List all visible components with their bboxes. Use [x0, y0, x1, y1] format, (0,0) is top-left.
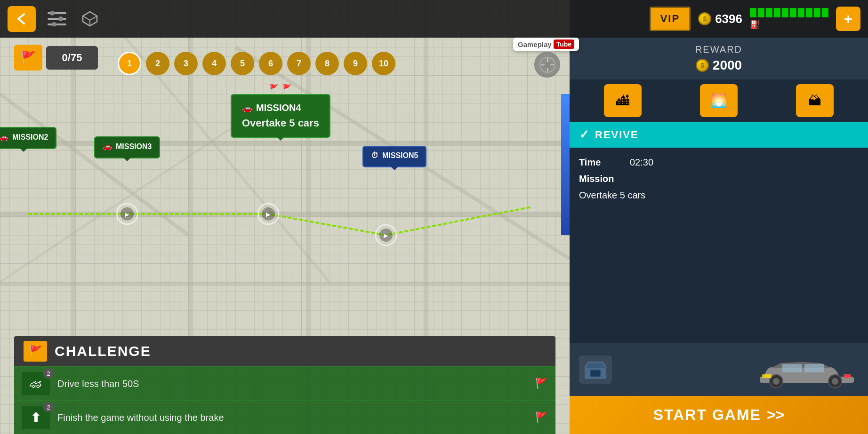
- gold-display: $ 6396: [698, 12, 742, 26]
- svg-point-29: [50, 11, 55, 16]
- challenge-flag-icon: 🚩: [24, 341, 47, 362]
- fuel-bar-7: [798, 8, 804, 17]
- challenge-header: 🚩 CHALLENGE: [14, 336, 555, 366]
- time-label: Time: [579, 157, 626, 168]
- time-value: 02:30: [630, 157, 653, 168]
- mission2-icon: 🚗: [0, 133, 8, 142]
- flag2-icon: 🚩: [282, 84, 292, 93]
- mission-details: Time 02:30 Mission Overtake 5 cars: [570, 148, 868, 343]
- category-city-button[interactable]: 🏙: [604, 84, 642, 117]
- right-panel: VIP $ 6396 ⛽ + Gameplay: [570, 0, 868, 434]
- mission5-title: MISSION5: [382, 151, 418, 160]
- challenge-area: 🚩 CHALLENGE 🏎 2 Drive less than 50S 🚩 ⬆ …: [0, 336, 570, 434]
- gold-value: 6396: [715, 12, 742, 26]
- challenge-item-2[interactable]: ⬆ 2 Finish the game without using the br…: [14, 400, 555, 434]
- mission3-title: MISSION3: [116, 142, 152, 151]
- top-bar: [0, 0, 570, 38]
- filter-button[interactable]: [45, 7, 69, 31]
- gameplay-tube-badge: Gameplay Tube: [513, 38, 579, 51]
- mission-detail-label: Mission: [579, 174, 626, 184]
- svg-point-31: [52, 22, 56, 26]
- svg-rect-27: [48, 18, 66, 20]
- level-dot-8[interactable]: 8: [315, 52, 339, 75]
- fuel-bar-5: [782, 8, 788, 17]
- level-dot-5[interactable]: 5: [231, 52, 254, 75]
- reward-amount: $ 2000: [579, 58, 859, 73]
- svg-rect-42: [804, 364, 824, 372]
- svg-rect-28: [48, 24, 66, 25]
- map-area: ▶ ▶ ▶ 🚗 MISSION2 🚗 MISSION3 🚩: [0, 0, 570, 434]
- mission4-title: MISSION4: [256, 103, 301, 113]
- back-button[interactable]: [8, 6, 36, 32]
- level-dot-6[interactable]: 6: [259, 52, 282, 75]
- start-game-button[interactable]: START GAME >>: [570, 396, 868, 434]
- level-dot-4[interactable]: 4: [202, 52, 226, 75]
- fuel-bar-6: [790, 8, 796, 17]
- mission5-icon: ⏱: [371, 151, 378, 160]
- svg-point-21: [544, 61, 551, 69]
- progress-area: 🚩 0/75: [14, 45, 98, 71]
- category-icons: 🏙 🌅 🏔: [570, 79, 868, 122]
- reward-value: 2000: [713, 58, 742, 73]
- garage-area: [570, 343, 868, 396]
- time-row: Time 02:30: [579, 157, 859, 168]
- mission3-marker[interactable]: 🚗 MISSION3: [94, 136, 160, 158]
- level-dots: 1 2 3 4 5 6 7 8 9 10: [118, 52, 395, 75]
- mission5-box[interactable]: ⏱ MISSION5: [362, 146, 426, 167]
- challenge-item-1-text: Drive less than 50S: [57, 379, 528, 389]
- challenge-item-2-icon: ⬆ 2: [22, 406, 50, 429]
- revive-label: REVIVE: [595, 129, 639, 141]
- fuel-bar-10: [822, 8, 828, 17]
- start-game-label: START GAME: [653, 406, 761, 424]
- reward-title: REWARD: [579, 44, 859, 55]
- add-currency-button[interactable]: +: [836, 7, 860, 31]
- fuel-bar-3: [766, 8, 772, 17]
- flag1-icon: 🚩: [269, 84, 279, 93]
- svg-rect-43: [762, 374, 772, 378]
- level-dot-9[interactable]: 9: [344, 52, 367, 75]
- svg-point-40: [832, 378, 838, 385]
- challenge-item-1-flag: 🚩: [535, 378, 548, 390]
- mission2-marker[interactable]: 🚗 MISSION2: [0, 127, 56, 149]
- fuel-bar-9: [814, 8, 820, 17]
- challenge-item-1-badge: 2: [43, 368, 54, 379]
- start-chevrons-icon: >>: [767, 406, 784, 424]
- category-mountain-button[interactable]: 🏔: [796, 84, 834, 117]
- level-dot-2[interactable]: 2: [146, 52, 169, 75]
- mission5-marker[interactable]: ⏱ MISSION5: [362, 146, 426, 167]
- svg-rect-44: [844, 374, 851, 378]
- category-sunset-button[interactable]: 🌅: [700, 84, 738, 117]
- garage-icon[interactable]: [579, 355, 612, 384]
- mission3-box[interactable]: 🚗 MISSION3: [94, 136, 160, 158]
- challenge-title: CHALLENGE: [55, 343, 151, 359]
- cube-button[interactable]: [78, 7, 102, 31]
- challenge-item-1[interactable]: 🏎 2 Drive less than 50S 🚩: [14, 366, 555, 400]
- level-dot-3[interactable]: 3: [174, 52, 198, 75]
- svg-point-30: [58, 16, 63, 21]
- level-dot-7[interactable]: 7: [287, 52, 311, 75]
- challenge-item-2-badge: 2: [43, 402, 54, 412]
- vip-button[interactable]: VIP: [650, 7, 691, 31]
- mission-detail-value: Overtake 5 cars: [579, 190, 645, 201]
- revive-checkmark: ✓: [579, 127, 589, 142]
- mission4-marker[interactable]: 🚩 🚩 🚗 MISSION4 Overtake 5 cars: [231, 94, 330, 138]
- mission3-icon: 🚗: [103, 142, 112, 151]
- fuel-bar-8: [806, 8, 812, 17]
- flag-icon: 🚩: [21, 50, 36, 65]
- mission-row: Mission: [579, 174, 859, 184]
- right-top-bar: VIP $ 6396 ⛽ +: [570, 0, 868, 38]
- reward-section: REWARD $ 2000: [570, 38, 868, 79]
- mission2-box[interactable]: 🚗 MISSION2: [0, 127, 56, 149]
- gameplay-label: Gameplay: [518, 40, 552, 48]
- level-dot-1[interactable]: 1: [118, 52, 141, 75]
- tube-label: Tube: [554, 39, 574, 49]
- coin-icon: $: [698, 12, 711, 25]
- challenge-item-2-text: Finish the game without using the brake: [57, 412, 528, 423]
- revive-section[interactable]: ✓ REVIVE: [570, 122, 868, 148]
- level-dot-10[interactable]: 10: [372, 52, 395, 75]
- mission-value-row: Overtake 5 cars: [579, 190, 859, 201]
- reward-coin-icon: $: [696, 59, 709, 72]
- challenge-item-1-icon: 🏎 2: [22, 372, 50, 395]
- mission2-title: MISSION2: [12, 133, 48, 142]
- mission4-box[interactable]: 🚗 MISSION4 Overtake 5 cars: [231, 94, 330, 138]
